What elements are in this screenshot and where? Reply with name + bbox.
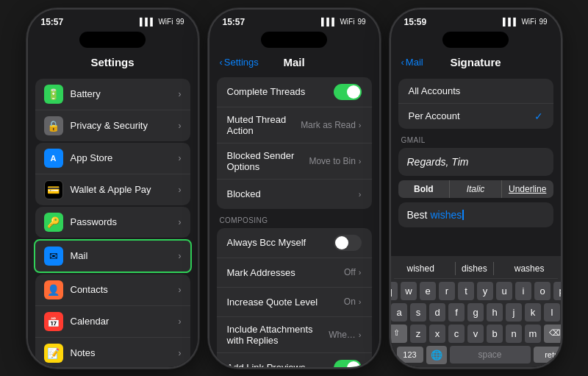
blocked-row[interactable]: Blocked › bbox=[217, 180, 372, 209]
key-h[interactable]: h bbox=[487, 303, 503, 322]
always-bcc-label: Always Bcc Myself bbox=[227, 237, 334, 248]
add-link-previews-label: Add Link Previews bbox=[227, 362, 334, 367]
key-i[interactable]: i bbox=[515, 282, 531, 300]
contacts-row[interactable]: 👤 Contacts › bbox=[35, 274, 190, 306]
privacy-row[interactable]: 🔒 Privacy & Security › bbox=[35, 110, 190, 141]
blocked-sender-row[interactable]: Blocked Sender Options Move to Bin › bbox=[217, 143, 372, 180]
key-l[interactable]: l bbox=[544, 303, 560, 322]
back-arrow-3: ‹ bbox=[401, 57, 404, 68]
screen-title-1: Settings bbox=[90, 56, 134, 68]
add-link-previews-row[interactable]: Add Link Previews bbox=[217, 353, 372, 367]
gmail-section-label: GMAIL bbox=[391, 132, 561, 146]
status-icons-1: ▌▌▌ WiFi 99 bbox=[140, 18, 184, 26]
add-link-previews-toggle[interactable] bbox=[334, 360, 362, 367]
italic-button[interactable]: Italic bbox=[450, 180, 502, 198]
include-attachments-row[interactable]: Include Attachments with Replies Whe… › bbox=[217, 317, 372, 353]
keyboard-row-1: q w e r t y u i o p bbox=[394, 282, 558, 300]
key-f[interactable]: f bbox=[448, 303, 465, 322]
complete-threads-row[interactable]: Complete Threads bbox=[217, 77, 372, 107]
nav-back-2[interactable]: ‹ Settings bbox=[220, 57, 259, 68]
key-u[interactable]: u bbox=[496, 282, 512, 300]
notes-row[interactable]: 📝 Notes › bbox=[35, 338, 190, 367]
appstore-row[interactable]: A App Store › bbox=[35, 143, 190, 174]
calendar-label: Calendar bbox=[71, 316, 179, 327]
mail-settings-content: Complete Threads Muted Thread Action Mar… bbox=[209, 76, 379, 367]
formatting-toolbar: Bold Italic Underline bbox=[398, 180, 553, 198]
per-account-row[interactable]: Per Account ✓ bbox=[398, 104, 553, 129]
key-k[interactable]: k bbox=[525, 303, 541, 322]
key-shift[interactable]: ⇧ bbox=[391, 324, 408, 343]
settings-group-top: 🔋 Battery › 🔒 Privacy & Security › bbox=[35, 79, 190, 141]
key-s[interactable]: s bbox=[410, 303, 426, 322]
key-o[interactable]: o bbox=[534, 282, 551, 300]
key-j[interactable]: j bbox=[506, 303, 522, 322]
keyboard-row-3: ⇧ z x c v b n m ⌫ bbox=[394, 324, 558, 343]
compose-text-blue: wishes bbox=[430, 209, 462, 221]
nav-back-label-3: Mail bbox=[406, 57, 423, 68]
key-p[interactable]: p bbox=[553, 282, 561, 300]
keyboard-bottom-row: 123 🌐 space return bbox=[394, 346, 558, 364]
battery-label: Battery bbox=[71, 88, 179, 99]
notes-label: Notes bbox=[71, 347, 179, 358]
wallet-label: Wallet & Apple Pay bbox=[71, 184, 179, 195]
keyboard: wished dishes washes q w e r t y u i o p… bbox=[391, 256, 561, 367]
calendar-row[interactable]: 📅 Calendar › bbox=[35, 306, 190, 338]
complete-threads-toggle[interactable] bbox=[334, 84, 362, 100]
suggestion-1[interactable]: wished bbox=[401, 262, 440, 275]
notes-icon: 📝 bbox=[44, 344, 63, 363]
key-c[interactable]: c bbox=[448, 324, 465, 343]
always-bcc-toggle[interactable] bbox=[334, 235, 362, 251]
key-n[interactable]: n bbox=[506, 324, 522, 343]
key-q[interactable]: q bbox=[391, 282, 398, 300]
dynamic-island-3 bbox=[442, 32, 509, 48]
key-g[interactable]: g bbox=[467, 303, 484, 322]
key-return[interactable]: return bbox=[534, 347, 561, 363]
compose-area[interactable]: Best wishes bbox=[398, 202, 553, 227]
all-accounts-row[interactable]: All Accounts bbox=[398, 79, 553, 104]
phone-2: 15:57 ▌▌▌ WiFi 99 ‹ Settings Mail Comple… bbox=[208, 8, 381, 369]
key-numbers[interactable]: 123 bbox=[397, 347, 423, 363]
battery-row[interactable]: 🔋 Battery › bbox=[35, 79, 190, 110]
privacy-chevron: › bbox=[179, 121, 182, 131]
key-w[interactable]: w bbox=[401, 282, 417, 300]
muted-thread-row[interactable]: Muted Thread Action Mark as Read › bbox=[217, 107, 372, 143]
wallet-row[interactable]: 💳 Wallet & Apple Pay › bbox=[35, 174, 190, 205]
key-y[interactable]: y bbox=[477, 282, 493, 300]
status-icons-3: ▌▌▌ WiFi 99 bbox=[503, 18, 547, 26]
battery-icon: 🔋 bbox=[44, 85, 63, 104]
key-t[interactable]: t bbox=[458, 282, 474, 300]
suggestion-2[interactable]: dishes bbox=[455, 262, 494, 275]
passwords-row[interactable]: 🔑 Passwords › bbox=[35, 207, 190, 238]
phone-1: 15:57 ▌▌▌ WiFi 99 Settings 🔋 Battery › 🔒… bbox=[26, 8, 199, 369]
blocked-sender-value: Move to Bin bbox=[309, 156, 355, 166]
key-x[interactable]: x bbox=[429, 324, 445, 343]
gmail-signature-area: Regards, Tim bbox=[398, 148, 553, 176]
key-e[interactable]: e bbox=[420, 282, 436, 300]
key-b[interactable]: b bbox=[487, 324, 503, 343]
key-delete[interactable]: ⌫ bbox=[544, 324, 561, 343]
key-space[interactable]: space bbox=[450, 346, 531, 363]
increase-quote-row[interactable]: Increase Quote Level On › bbox=[217, 288, 372, 317]
bold-button[interactable]: Bold bbox=[398, 180, 451, 198]
key-m[interactable]: m bbox=[525, 324, 541, 343]
blocked-label: Blocked bbox=[227, 188, 359, 199]
key-globe[interactable]: 🌐 bbox=[426, 346, 447, 364]
key-d[interactable]: d bbox=[429, 303, 445, 322]
suggestion-3[interactable]: washes bbox=[509, 262, 551, 275]
mail-row[interactable]: ✉ Mail › bbox=[35, 241, 190, 272]
composing-group: Always Bcc Myself Mark Addresses Off › I… bbox=[217, 228, 372, 367]
key-r[interactable]: r bbox=[439, 282, 455, 300]
key-z[interactable]: z bbox=[410, 324, 426, 343]
mail-row-highlighted[interactable]: ✉ Mail › bbox=[34, 239, 192, 273]
key-a[interactable]: a bbox=[391, 303, 407, 322]
always-bcc-row[interactable]: Always Bcc Myself bbox=[217, 228, 372, 258]
appstore-icon: A bbox=[44, 149, 63, 168]
nav-back-3[interactable]: ‹ Mail bbox=[401, 57, 423, 68]
wallet-icon: 💳 bbox=[44, 180, 63, 199]
mark-addresses-row[interactable]: Mark Addresses Off › bbox=[217, 258, 372, 288]
underline-button[interactable]: Underline bbox=[502, 180, 553, 198]
settings-group-apps: 🔑 Passwords › bbox=[35, 207, 190, 238]
privacy-icon: 🔒 bbox=[44, 116, 63, 135]
key-v[interactable]: v bbox=[467, 324, 484, 343]
back-arrow-2: ‹ bbox=[220, 57, 223, 68]
